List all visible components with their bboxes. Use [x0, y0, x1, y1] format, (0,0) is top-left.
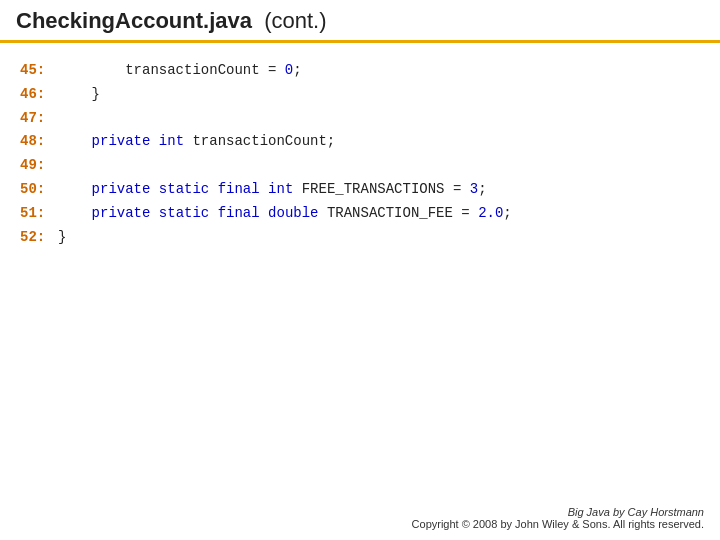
- code-text-47: [58, 107, 66, 131]
- page-title: CheckingAccount.java (cont.): [16, 8, 327, 34]
- code-line-45: 45: transactionCount = 0;: [20, 59, 700, 83]
- footer-book-title: Big Java by Cay Horstmann: [412, 506, 704, 518]
- code-text-51: private static final double TRANSACTION_…: [58, 202, 512, 226]
- line-number-45: 45:: [20, 59, 58, 83]
- code-line-47: 47:: [20, 107, 700, 131]
- code-block: 45: transactionCount = 0; 46: } 47: 48: …: [20, 59, 700, 249]
- code-text-48: private int transactionCount;: [58, 130, 335, 154]
- line-number-46: 46:: [20, 83, 58, 107]
- footer-copyright: Copyright © 2008 by John Wiley & Sons. A…: [412, 518, 704, 530]
- code-line-50: 50: private static final int FREE_TRANSA…: [20, 178, 700, 202]
- code-line-49: 49:: [20, 154, 700, 178]
- line-number-48: 48:: [20, 130, 58, 154]
- line-number-50: 50:: [20, 178, 58, 202]
- code-text-49: [58, 154, 66, 178]
- page-header: CheckingAccount.java (cont.): [0, 0, 720, 43]
- code-text-45: transactionCount = 0;: [58, 59, 302, 83]
- line-number-49: 49:: [20, 154, 58, 178]
- code-line-51: 51: private static final double TRANSACT…: [20, 202, 700, 226]
- line-number-47: 47:: [20, 107, 58, 131]
- code-text-52: }: [58, 226, 66, 250]
- code-line-46: 46: }: [20, 83, 700, 107]
- footer: Big Java by Cay Horstmann Copyright © 20…: [412, 506, 704, 530]
- code-line-52: 52: }: [20, 226, 700, 250]
- line-number-52: 52:: [20, 226, 58, 250]
- line-number-51: 51:: [20, 202, 58, 226]
- code-text-50: private static final int FREE_TRANSACTIO…: [58, 178, 487, 202]
- code-line-48: 48: private int transactionCount;: [20, 130, 700, 154]
- code-text-46: }: [58, 83, 100, 107]
- code-area: 45: transactionCount = 0; 46: } 47: 48: …: [0, 43, 720, 259]
